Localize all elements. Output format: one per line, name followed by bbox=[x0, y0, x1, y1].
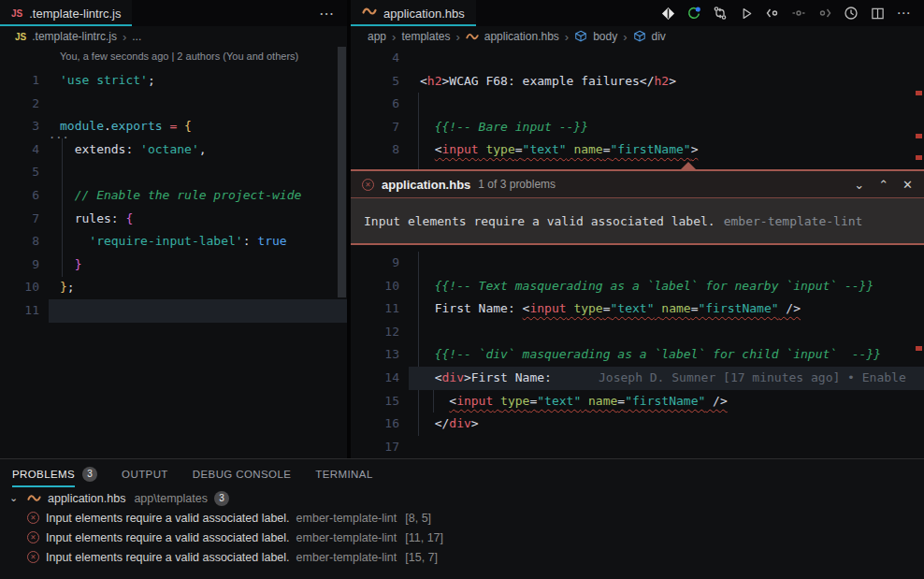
problems-file-row[interactable]: ⌄ application.hbs app\templates 3 bbox=[0, 488, 924, 508]
problems-count-badge: 3 bbox=[214, 491, 229, 506]
breadcrumb-folder[interactable]: templates bbox=[401, 30, 450, 43]
split-editor-icon[interactable] bbox=[869, 5, 886, 22]
git-compare-icon[interactable] bbox=[712, 5, 729, 22]
code-line-11[interactable]: 11 bbox=[0, 299, 347, 323]
peek-problem-entry[interactable]: Input elements require a valid associate… bbox=[351, 198, 924, 243]
line-number[interactable]: 10 bbox=[0, 276, 39, 299]
code-line-6[interactable]: 6 bbox=[351, 93, 924, 116]
code-line-11[interactable]: 11 First Name: <input type="text" name="… bbox=[351, 297, 924, 321]
breadcrumb-symbol[interactable]: ... bbox=[132, 30, 141, 43]
code-line-4[interactable]: 4 extends: 'octane', bbox=[0, 138, 347, 162]
code-line-17[interactable]: 17 bbox=[351, 436, 924, 458]
code-line-10[interactable]: 10}; bbox=[0, 276, 347, 299]
line-number[interactable]: 14 bbox=[351, 367, 399, 390]
panel-tab-terminal[interactable]: TERMINAL bbox=[315, 459, 372, 488]
code-line-13[interactable]: 13 {{!-- `div` masquerading as a `label`… bbox=[351, 343, 924, 367]
line-number[interactable]: 11 bbox=[0, 299, 39, 323]
glimmer-diamond-icon[interactable] bbox=[659, 5, 676, 22]
code-line-5[interactable]: 5 bbox=[0, 161, 347, 184]
line-number[interactable]: 7 bbox=[0, 208, 39, 231]
code-token: {{!-- Text masquerading as a `label` for… bbox=[420, 279, 873, 293]
close-icon[interactable]: ✕ bbox=[902, 178, 913, 192]
breadcrumb-file[interactable]: application.hbs bbox=[484, 30, 559, 43]
line-number[interactable]: 2 bbox=[0, 93, 39, 116]
code-token: {{!-- Bare input --}} bbox=[420, 120, 588, 134]
problems-file-path: app\templates bbox=[134, 492, 208, 505]
breadcrumb-file[interactable]: .template-lintrc.js bbox=[32, 30, 117, 43]
panel-tab-output[interactable]: OUTPUT bbox=[122, 459, 168, 488]
code-line-16[interactable]: 16 </div> bbox=[351, 413, 924, 436]
code-line-9[interactable]: 9 bbox=[351, 252, 924, 275]
run-icon[interactable] bbox=[738, 5, 755, 22]
line-number[interactable]: 8 bbox=[351, 138, 399, 162]
code-line-15[interactable]: 15 <input type="text" name="firstName" /… bbox=[351, 390, 924, 413]
line-number[interactable]: 17 bbox=[351, 436, 399, 458]
code-line-6[interactable]: 6 // Enable the rule project-wide bbox=[0, 184, 347, 208]
code-token bbox=[177, 119, 184, 133]
symbol-element-icon bbox=[574, 30, 587, 44]
tab-template-lintrc[interactable]: JS .template-lintrc.js bbox=[0, 0, 132, 26]
line-number[interactable]: 16 bbox=[351, 413, 399, 436]
problem-row[interactable]: ✕Input elements require a valid associat… bbox=[0, 508, 924, 528]
code-line-9[interactable]: 9 } bbox=[0, 253, 347, 277]
chevron-down-icon[interactable]: ⌄ bbox=[854, 178, 864, 192]
panel-tab-debug-console[interactable]: DEBUG CONSOLE bbox=[193, 459, 292, 488]
previous-change-icon[interactable] bbox=[764, 5, 781, 22]
line-number[interactable]: 10 bbox=[351, 275, 399, 298]
chevron-up-icon[interactable]: ⌃ bbox=[878, 178, 888, 192]
line-number[interactable]: 13 bbox=[351, 343, 399, 367]
code-line-5[interactable]: 5<h2>WCAG F68: example failures</h2> bbox=[351, 70, 924, 94]
change-dot-icon[interactable] bbox=[790, 5, 807, 22]
line-number[interactable]: 9 bbox=[0, 253, 39, 277]
line-number[interactable]: 1 bbox=[0, 69, 39, 93]
line-number[interactable]: 11 bbox=[351, 297, 399, 321]
code-line-8[interactable]: 8 'require-input-label': true bbox=[0, 230, 347, 253]
problem-source: ember-template-lint bbox=[296, 551, 397, 564]
line-number[interactable]: 5 bbox=[351, 70, 399, 94]
code-token: "firstName" bbox=[698, 301, 778, 315]
sync-icon[interactable] bbox=[686, 5, 702, 22]
code-token: input bbox=[529, 301, 566, 315]
editor-template-lintrc[interactable]: You, a few seconds ago | 2 authors (You … bbox=[0, 47, 347, 458]
timeline-icon[interactable] bbox=[843, 5, 859, 22]
scrollbar[interactable] bbox=[338, 47, 346, 297]
line-number[interactable]: 4 bbox=[351, 47, 399, 70]
tab-application-hbs[interactable]: application.hbs bbox=[351, 0, 476, 26]
code-token: "firstName" bbox=[625, 394, 705, 408]
problem-row[interactable]: ✕Input elements require a valid associat… bbox=[0, 547, 924, 567]
more-actions-icon[interactable]: ⋯ bbox=[319, 0, 347, 26]
problems-count-badge: 3 bbox=[82, 467, 97, 482]
line-number[interactable]: 4 bbox=[0, 138, 39, 162]
code-line-2[interactable]: 2 bbox=[0, 93, 347, 116]
line-number[interactable]: 15 bbox=[351, 390, 399, 413]
code-line-12[interactable]: 12 bbox=[351, 321, 924, 344]
line-number[interactable]: 9 bbox=[351, 252, 399, 275]
editor-application-hbs[interactable]: 45<h2>WCAG F68: example failures</h2>67 … bbox=[351, 47, 924, 458]
code-line-8[interactable]: 8 <input type="text" name="firstName"> bbox=[351, 138, 924, 162]
panel-tab-problems[interactable]: PROBLEMS3 bbox=[12, 459, 97, 488]
breadcrumb-symbol-div[interactable]: div bbox=[652, 30, 666, 43]
line-number[interactable]: 5 bbox=[0, 161, 39, 184]
code-line-14[interactable]: 14 <div>First Name:Joseph D. Sumner [17 … bbox=[351, 367, 924, 390]
breadcrumb-folder[interactable]: app bbox=[368, 30, 386, 43]
problem-row[interactable]: ✕Input elements require a valid associat… bbox=[0, 528, 924, 547]
code-token: input bbox=[456, 394, 493, 408]
more-actions-icon[interactable]: ⋯ bbox=[895, 5, 912, 22]
code-line-4[interactable]: 4 bbox=[351, 47, 924, 70]
line-number[interactable]: 8 bbox=[0, 230, 39, 253]
breadcrumb-symbol-body[interactable]: body bbox=[593, 30, 617, 43]
line-number[interactable]: 12 bbox=[351, 321, 399, 344]
code-lines-right: 45<h2>WCAG F68: example failures</h2>67 … bbox=[351, 47, 924, 458]
line-number[interactable]: 6 bbox=[0, 184, 39, 208]
line-number[interactable]: 7 bbox=[351, 116, 399, 139]
code-line-1[interactable]: 1'use strict'; bbox=[0, 69, 347, 93]
chevron-down-icon[interactable]: ⌄ bbox=[9, 492, 21, 504]
code-token: type bbox=[485, 142, 514, 156]
code-line-7[interactable]: 7 rules: { bbox=[0, 208, 347, 231]
line-number[interactable]: 3 bbox=[0, 115, 39, 138]
next-change-icon[interactable] bbox=[816, 5, 833, 22]
code-line-10[interactable]: 10 {{!-- Text masquerading as a `label` … bbox=[351, 275, 924, 298]
code-token: {{!-- `div` masquerading as a `label` fo… bbox=[420, 347, 881, 361]
code-line-7[interactable]: 7 {{!-- Bare input --}} bbox=[351, 116, 924, 139]
line-number[interactable]: 6 bbox=[351, 93, 399, 116]
